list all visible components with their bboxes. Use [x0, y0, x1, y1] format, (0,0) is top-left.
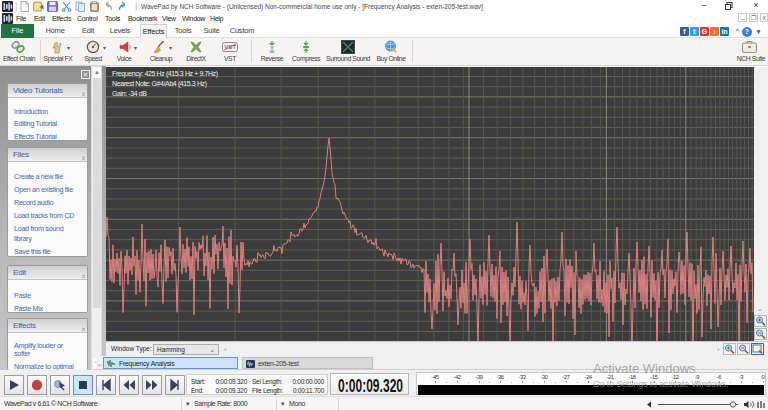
- svg-text:VST: VST: [224, 44, 236, 50]
